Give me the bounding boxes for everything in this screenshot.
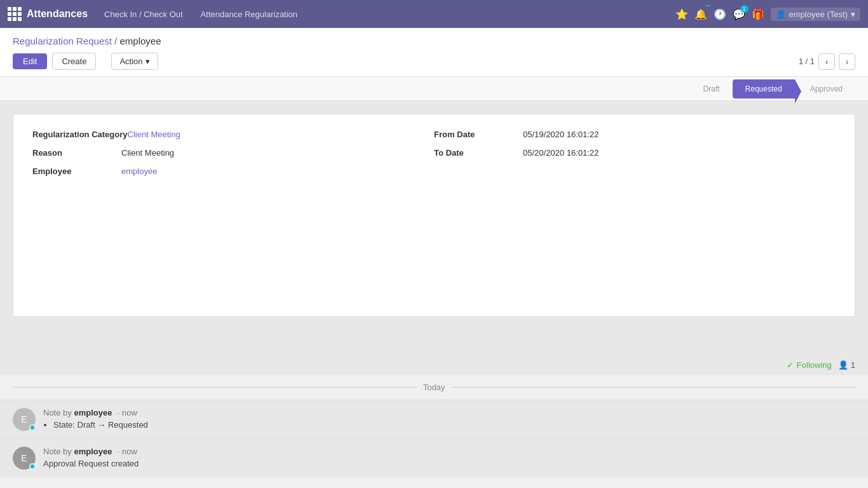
chatter-author-name-1: employee bbox=[74, 447, 112, 456]
form-col-reg-category: Regularization Category Client Meeting bbox=[32, 130, 434, 139]
employee-label: Employee bbox=[32, 166, 121, 176]
followers-count: 1 bbox=[851, 360, 855, 370]
to-date-label: To Date bbox=[434, 148, 523, 158]
from-date-label: From Date bbox=[434, 130, 523, 139]
star-icon-btn[interactable]: ⭐ bbox=[675, 8, 688, 20]
clock-icon-btn[interactable]: 🕐 bbox=[714, 8, 726, 20]
avatar-1: E bbox=[13, 447, 36, 470]
chatter-text-1: Approval Request created bbox=[43, 459, 855, 468]
form-row-reg-category: Regularization Category Client Meeting F… bbox=[32, 130, 836, 139]
user-label: employee (Test) bbox=[789, 10, 848, 19]
action-label: Action bbox=[119, 57, 142, 66]
following-button[interactable]: ✓ Following bbox=[787, 360, 832, 370]
chatter-time-1: - bbox=[117, 447, 122, 456]
status-requested[interactable]: Requested bbox=[733, 79, 795, 98]
form-col-employee: Employee employee bbox=[32, 166, 434, 176]
reg-category-label: Regularization Category bbox=[32, 130, 128, 139]
following-bar: ✓ Following 👤 1 bbox=[0, 355, 868, 375]
main-content: Regularization Category Client Meeting F… bbox=[0, 101, 868, 355]
action-button[interactable]: Action ▾ bbox=[111, 53, 158, 70]
chatter-author-0: Note by employee - now bbox=[43, 408, 855, 417]
breadcrumb-parent[interactable]: Regularization Request bbox=[13, 36, 112, 46]
grid-icon bbox=[8, 7, 22, 21]
form-row-employee: Employee employee bbox=[32, 166, 836, 176]
chatter-today-divider: Today bbox=[0, 375, 868, 400]
reason-label: Reason bbox=[32, 148, 121, 158]
pager-info: 1 / 1 bbox=[799, 57, 815, 66]
chatter-time-val-0: now bbox=[122, 408, 137, 417]
avatar-dot-1 bbox=[29, 463, 36, 470]
bell-badge bbox=[705, 5, 710, 6]
user-avatar-icon: 👤 bbox=[776, 10, 786, 19]
to-date-value: 05/20/2020 16:01:22 bbox=[523, 148, 599, 158]
chatter-change-0: State: Draft → Requested bbox=[53, 420, 855, 430]
toolbar: Edit Create Action ▾ 1 / 1 ‹ › bbox=[13, 53, 855, 76]
app-title: Attendances bbox=[27, 8, 88, 20]
edit-button[interactable]: Edit bbox=[13, 53, 47, 69]
create-button[interactable]: Create bbox=[52, 53, 96, 70]
today-label: Today bbox=[423, 383, 445, 392]
navbar-actions: ⭐ 🔔 🕐 💬 1 🎁 👤 employee (Test) ▾ bbox=[675, 8, 860, 21]
person-icon: 👤 bbox=[838, 360, 848, 370]
from-date-value: 05/19/2020 16:01:22 bbox=[523, 130, 599, 139]
status-draft-label: Draft bbox=[703, 85, 720, 93]
note-prefix-0: Note by bbox=[43, 408, 74, 417]
pager: 1 / 1 ‹ › bbox=[799, 53, 855, 70]
form-col-reason: Reason Client Meeting bbox=[32, 148, 434, 158]
chatter: Today E Note by employee - now State: Dr… bbox=[0, 375, 868, 477]
navbar: Attendances Check In / Check Out Attenda… bbox=[0, 0, 868, 28]
chatter-item-0: E Note by employee - now State: Draft → … bbox=[0, 400, 868, 438]
action-dropdown-icon: ▾ bbox=[146, 57, 150, 66]
chatter-time-0: - bbox=[117, 408, 122, 417]
status-approved[interactable]: Approved bbox=[795, 79, 855, 98]
form-col-to-date: To Date 05/20/2020 16:01:22 bbox=[434, 148, 836, 158]
reg-category-value[interactable]: Client Meeting bbox=[128, 130, 180, 139]
form-col-from-date: From Date 05/19/2020 16:01:22 bbox=[434, 130, 836, 139]
check-icon: ✓ bbox=[787, 360, 794, 370]
breadcrumb-current: employee bbox=[119, 36, 161, 46]
status-approved-label: Approved bbox=[810, 85, 843, 93]
status-draft[interactable]: Draft bbox=[691, 79, 733, 98]
chatter-author-1: Note by employee - now bbox=[43, 447, 855, 456]
pager-prev-button[interactable]: ‹ bbox=[818, 53, 835, 70]
status-requested-label: Requested bbox=[745, 85, 782, 93]
page-header: Regularization Request / employee Edit C… bbox=[0, 28, 868, 77]
chat-badge: 1 bbox=[740, 5, 749, 13]
chatter-item-1: E Note by employee - now Approval Reques… bbox=[0, 438, 868, 477]
user-menu-btn[interactable]: 👤 employee (Test) ▾ bbox=[771, 8, 860, 21]
employee-value[interactable]: employee bbox=[121, 166, 157, 176]
breadcrumb-separator: / bbox=[114, 36, 117, 46]
following-label: Following bbox=[797, 360, 832, 370]
avatar-dot-0 bbox=[29, 424, 36, 431]
bell-icon-btn[interactable]: 🔔 bbox=[695, 8, 707, 20]
chatter-body-0: Note by employee - now State: Draft → Re… bbox=[43, 408, 855, 430]
nav-checkinout[interactable]: Check In / Check Out bbox=[100, 7, 187, 22]
chatter-body-1: Note by employee - now Approval Request … bbox=[43, 447, 855, 468]
navbar-brand[interactable]: Attendances bbox=[8, 7, 88, 21]
form-card: Regularization Category Client Meeting F… bbox=[13, 114, 855, 317]
navbar-links: Check In / Check Out Attendance Regulari… bbox=[100, 7, 675, 22]
status-bar: Draft Requested Approved bbox=[0, 77, 868, 101]
form-row-reason: Reason Client Meeting To Date 05/20/2020… bbox=[32, 148, 836, 158]
user-dropdown-icon: ▾ bbox=[851, 10, 855, 19]
chatter-author-name-0: employee bbox=[74, 408, 112, 417]
avatar-0: E bbox=[13, 408, 36, 431]
reason-value: Client Meeting bbox=[121, 148, 174, 158]
followers-button[interactable]: 👤 1 bbox=[838, 360, 855, 370]
nav-regularization[interactable]: Attendance Regularization bbox=[197, 7, 302, 22]
chatter-text-0: State: Draft → Requested bbox=[43, 420, 855, 430]
pager-next-button[interactable]: › bbox=[839, 53, 855, 70]
chatter-time-val-1: now bbox=[122, 447, 137, 456]
form-col-empty bbox=[434, 166, 836, 176]
note-prefix-1: Note by bbox=[43, 447, 74, 456]
chat-icon-btn[interactable]: 💬 1 bbox=[733, 8, 745, 20]
breadcrumb: Regularization Request / employee bbox=[13, 36, 855, 46]
gift-icon-btn[interactable]: 🎁 bbox=[752, 8, 764, 20]
